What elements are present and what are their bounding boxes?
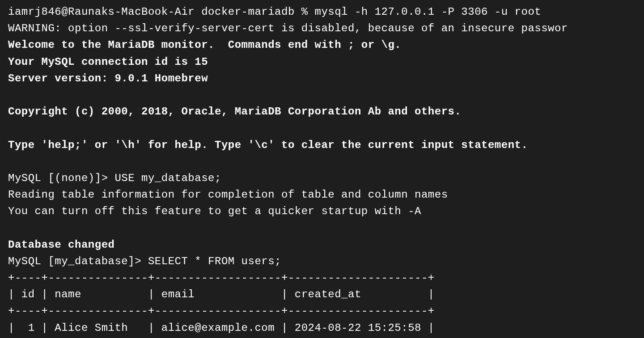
terminal-line-17: | id | name | email | created_at |: [8, 286, 636, 303]
terminal-line-2: Welcome to the MariaDB monitor. Commands…: [8, 37, 636, 53]
terminal-line-11: Reading table information for completion…: [8, 186, 636, 203]
terminal-line-13: [8, 220, 636, 236]
terminal-line-9: [8, 153, 636, 170]
terminal-line-18: +----+---------------+------------------…: [8, 303, 636, 319]
terminal-line-15: MySQL [my_database]> SELECT * FROM users…: [8, 253, 636, 270]
terminal-line-6: Copyright (c) 2000, 2018, Oracle, MariaD…: [8, 103, 636, 120]
terminal-line-3: Your MySQL connection id is 15: [8, 54, 636, 70]
terminal-line-19: | 1 | Alice Smith | alice@example.com | …: [8, 320, 636, 336]
terminal-line-0: iamrj846@Raunaks-MacBook-Air docker-mari…: [8, 4, 636, 20]
terminal-line-8: Type 'help;' or '\h' for help. Type '\c'…: [8, 137, 636, 153]
terminal-line-10: MySQL [(none)]> USE my_database;: [8, 170, 636, 186]
terminal-line-4: Server version: 9.0.1 Homebrew: [8, 70, 636, 87]
terminal-output[interactable]: iamrj846@Raunaks-MacBook-Air docker-mari…: [8, 4, 636, 336]
terminal-line-7: [8, 120, 636, 136]
terminal-line-16: +----+---------------+------------------…: [8, 270, 636, 286]
terminal-line-14: Database changed: [8, 237, 636, 253]
terminal-line-5: [8, 87, 636, 103]
terminal-line-1: WARNING: option --ssl-verify-server-cert…: [8, 20, 636, 37]
terminal-line-12: You can turn off this feature to get a q…: [8, 203, 636, 220]
